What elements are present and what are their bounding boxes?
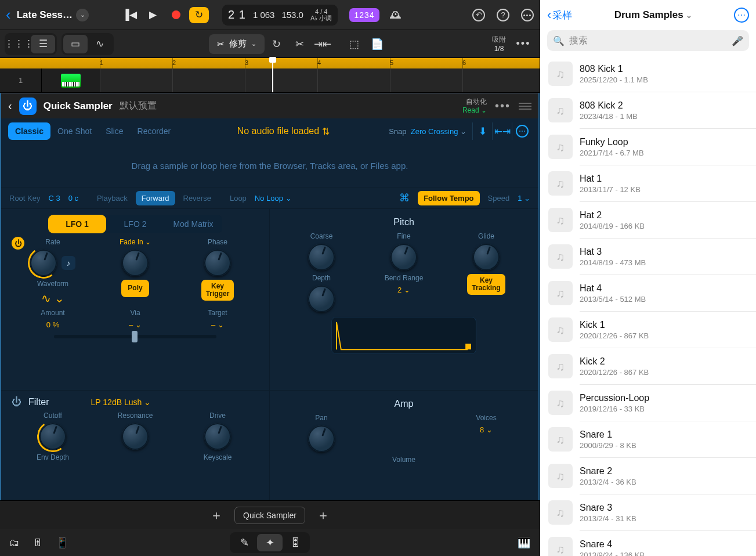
lcd-display[interactable]: 2 1 1 063 153.0 4 / 4 A♭ 小调 — [222, 5, 338, 26]
target-value[interactable]: – ⌄ — [211, 320, 224, 329]
lfo-power-button[interactable]: ⏻ — [12, 237, 24, 250]
resonance-knob[interactable] — [122, 423, 149, 450]
play-button[interactable]: ▶ — [141, 5, 164, 25]
via-value[interactable]: – ⌄ — [129, 320, 142, 329]
smart-mode-button[interactable]: ✦ — [257, 534, 283, 551]
paste-tool-button[interactable]: 📄 — [366, 34, 389, 54]
metronome-icon[interactable]: 🕰 — [390, 8, 401, 21]
mode-recorder[interactable]: Recorder — [131, 122, 178, 140]
list-item[interactable]: ♫Hat 12013/11/7 - 12 KB — [540, 165, 756, 201]
plugin-preset[interactable]: 默认预置 — [120, 100, 157, 112]
cycle-button[interactable]: ↻ — [187, 5, 211, 25]
sidebar-back-button[interactable]: ‹采样 — [547, 8, 572, 23]
plugin-drag-handle[interactable] — [519, 103, 531, 110]
automation-mode[interactable]: 自动化 Read ⌄ — [462, 98, 487, 114]
list-item[interactable]: ♫Snare 22013/2/4 - 36 KB — [540, 458, 756, 494]
list-item[interactable]: ♫Snare 32013/2/4 - 31 KB — [540, 494, 756, 530]
list-item[interactable]: ♫Hat 22014/8/19 - 166 KB — [540, 202, 756, 238]
project-title[interactable]: Late Sess… — [17, 9, 73, 21]
list-item[interactable]: ♫808 Kick 12025/12/20 - 1.1 MB — [540, 56, 756, 92]
pitch-envelope[interactable] — [331, 317, 476, 354]
rate-knob[interactable] — [30, 250, 57, 276]
key-tracking-button[interactable]: KeyTracking — [467, 274, 505, 295]
pencil-mode-button[interactable]: ✎ — [231, 534, 257, 551]
list-item[interactable]: ♫Funky Loop2021/7/14 - 6.7 MB — [540, 129, 756, 165]
sidebar-search[interactable]: 🔍 搜索 🎤 — [547, 30, 749, 51]
grid-view-button[interactable]: ⋮⋮⋮ — [6, 35, 31, 53]
depth-knob[interactable] — [308, 286, 335, 312]
snap-display[interactable]: 吸附 1/8 — [492, 35, 506, 53]
undo-history-button[interactable]: ↶ — [472, 9, 485, 21]
sample-list[interactable]: ♫808 Kick 12025/12/20 - 1.1 MB♫808 Kick … — [540, 56, 756, 556]
audio-file-status[interactable]: No audio file loaded ⇅ — [178, 126, 389, 137]
bend-value[interactable]: 2 ⌄ — [397, 286, 410, 294]
speed-value[interactable]: 1 ⌄ — [518, 194, 530, 203]
import-button[interactable]: ⬇ — [472, 122, 492, 140]
plugin-back-button[interactable]: ‹ — [8, 99, 12, 113]
rate-sync-button[interactable]: ♪ — [62, 256, 75, 270]
plugin-more-button[interactable]: ••• — [495, 99, 511, 113]
edit-tool-button[interactable]: ✂ 修剪 ⌄ — [209, 34, 265, 54]
key-trigger-button[interactable]: KeyTrigger — [201, 280, 234, 301]
fade-label[interactable]: Fade In ⌄ — [120, 238, 151, 246]
keyboard-button[interactable]: 🎹 — [518, 536, 530, 549]
drop-area[interactable]: Drag a sample or loop here from the Brow… — [1, 144, 538, 187]
amount-slider[interactable] — [54, 335, 216, 338]
mixer-button[interactable]: 🎚 — [32, 537, 43, 549]
lfo-tab-2[interactable]: Mod Matrix — [164, 215, 222, 233]
list-item[interactable]: ♫Hat 42013/5/14 - 512 MB — [540, 275, 756, 311]
drive-knob[interactable] — [204, 423, 231, 450]
track-instrument-icon[interactable] — [42, 68, 100, 92]
back-button[interactable]: ‹ — [6, 6, 11, 24]
mode-slice[interactable]: Slice — [99, 122, 130, 140]
glide-knob[interactable] — [473, 244, 500, 270]
automation-view-button[interactable]: ∿ — [88, 35, 112, 53]
add-plugin-after-button[interactable]: ＋ — [313, 506, 333, 525]
join-tool-button[interactable]: ⇥⇤ — [311, 34, 334, 54]
poly-button[interactable]: Poly — [121, 280, 149, 297]
rootkey-value[interactable]: C 3 — [48, 194, 60, 203]
coarse-knob[interactable] — [308, 244, 335, 270]
controls-mode-button[interactable]: 🎛 — [283, 534, 308, 551]
fade-knob[interactable] — [122, 250, 149, 276]
add-plugin-before-button[interactable]: ＋ — [207, 506, 226, 525]
loop-value[interactable]: No Loop ⌄ — [255, 194, 292, 203]
phase-knob[interactable] — [204, 250, 231, 276]
region-inspector-button[interactable]: ▭ — [63, 35, 88, 53]
help-button[interactable]: ? — [497, 9, 509, 21]
follow-tempo-button[interactable]: Follow Tempo — [418, 191, 479, 205]
project-menu-icon[interactable]: ⌄ — [76, 9, 89, 21]
sampler-snap[interactable]: Snap Zero Crossing ⌄ — [389, 127, 466, 136]
list-item[interactable]: ♫Hat 32014/8/19 - 473 MB — [540, 239, 756, 275]
plugin-slot[interactable]: Quick Sampler — [234, 507, 305, 524]
filter-mode[interactable]: LP 12dB Lush ⌄ — [91, 398, 151, 407]
select-tool-button[interactable]: ⬚ — [342, 34, 366, 54]
amount-value[interactable]: 0 % — [46, 320, 59, 329]
sampler-more-button[interactable]: ⋯ — [512, 122, 531, 140]
flex-icon[interactable]: ⌘ — [399, 192, 410, 204]
list-item[interactable]: ♫808 Kick 22023/4/18 - 1 MB — [540, 92, 756, 128]
playhead[interactable] — [272, 58, 273, 92]
split-tool-button[interactable]: ✂ — [288, 34, 311, 54]
list-item[interactable]: ♫Kick 12020/12/26 - 867 KB — [540, 312, 756, 348]
sidebar-title[interactable]: Drum Samples⌄ — [574, 9, 732, 21]
mode-classic[interactable]: Classic — [8, 122, 50, 140]
library-button[interactable]: 🗂 — [9, 537, 20, 549]
tracks-view-button[interactable]: ☰ — [31, 35, 55, 53]
mode-one-shot[interactable]: One Shot — [50, 122, 99, 140]
fine-knob[interactable] — [390, 244, 417, 270]
count-in-button[interactable]: 1234 — [349, 8, 379, 22]
record-button[interactable] — [164, 5, 187, 25]
pan-knob[interactable] — [308, 425, 335, 452]
plugin-name[interactable]: Quick Sampler — [44, 100, 113, 112]
channel-button[interactable]: 📱 — [56, 536, 68, 549]
arrange-area[interactable] — [100, 68, 540, 92]
lfo-tab-0[interactable]: LFO 1 — [48, 215, 106, 233]
list-item[interactable]: ♫Snare 42013/9/24 - 136 KB — [540, 531, 756, 556]
trim-button[interactable]: ⇤⇥ — [492, 122, 512, 140]
waveform-selector[interactable]: ∿ ⌄ — [41, 291, 64, 305]
sidebar-more-button[interactable]: ⋯ — [734, 8, 749, 23]
settings-button[interactable]: ••• — [521, 9, 534, 21]
voices-value[interactable]: 8 ⌄ — [480, 425, 493, 434]
list-item[interactable]: ♫Kick 22020/12/26 - 867 KB — [540, 348, 756, 384]
